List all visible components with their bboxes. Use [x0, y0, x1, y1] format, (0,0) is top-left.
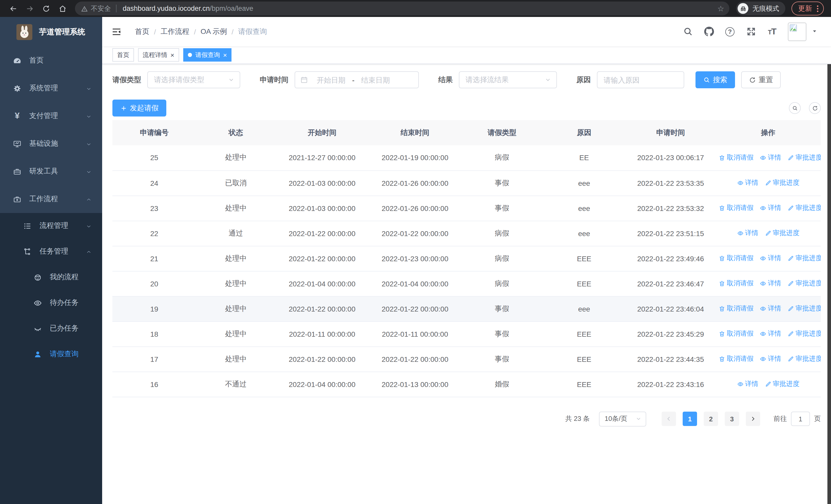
breadcrumb-item[interactable]: 工作流程	[161, 27, 190, 36]
sidebar-item-system[interactable]: 系统管理	[0, 75, 102, 102]
search-button[interactable]: 搜索	[695, 71, 735, 88]
refresh-table-button[interactable]	[809, 102, 821, 114]
back-icon[interactable]	[9, 4, 18, 12]
close-icon[interactable]: ×	[223, 52, 227, 58]
avatar[interactable]	[788, 22, 806, 41]
reason-input[interactable]	[597, 71, 684, 88]
cancel-leave-link[interactable]: 取消请假	[719, 153, 753, 162]
cell-start-time: 2022-01-03 00:00:00	[276, 196, 369, 221]
table-row: 16不通过2022-01-04 00:00:002022-01-13 00:00…	[112, 372, 821, 397]
leave-type-select[interactable]: 请选择请假类型	[147, 71, 240, 88]
start-date-input[interactable]	[311, 76, 351, 84]
goto-page-input[interactable]	[791, 412, 810, 426]
sidebar-item-label: 请假查询	[50, 350, 79, 359]
bookmark-star-icon[interactable]: ☆	[717, 4, 724, 13]
approval-progress-link[interactable]: 审批进度	[765, 178, 799, 187]
page-button-1[interactable]: 1	[683, 412, 697, 426]
col-header-status: 状态	[196, 120, 276, 145]
detail-link[interactable]: 详情	[760, 204, 781, 213]
cell-end-time: 2022-01-13 00:00:00	[369, 372, 461, 397]
cell-reason: eee	[543, 196, 626, 221]
detail-link[interactable]: 详情	[760, 153, 781, 162]
approval-progress-link[interactable]: 审批进度	[787, 304, 821, 313]
github-icon[interactable]	[704, 26, 714, 37]
cell-reason: EE	[543, 145, 626, 170]
breadcrumb-item[interactable]: 首页	[135, 27, 149, 36]
refresh-icon	[812, 105, 818, 111]
cell-end-time: 2022-01-22 00:00:00	[369, 296, 461, 321]
collapse-sidebar-icon[interactable]	[111, 26, 122, 37]
cell-leave-type: 事假	[461, 170, 543, 196]
address-bar[interactable]: 不安全 dashboard.yudao.iocoder.cn/bpm/oa/le…	[75, 2, 729, 16]
approval-progress-link[interactable]: 审批进度	[787, 329, 821, 338]
detail-link[interactable]: 详情	[737, 380, 758, 389]
table-row: 22通过2022-01-22 00:00:002022-01-22 00:00:…	[112, 221, 821, 246]
cell-leave-type: 病假	[461, 145, 543, 170]
sidebar-item-devtools[interactable]: 研发工具	[0, 157, 102, 185]
table-row: 18处理中2022-01-11 00:00:002022-01-11 00:00…	[112, 321, 821, 347]
detail-link[interactable]: 详情	[737, 178, 758, 187]
home-icon[interactable]	[58, 4, 67, 12]
approval-progress-link[interactable]: 审批进度	[787, 153, 821, 162]
breadcrumb-item[interactable]: OA 示例	[201, 27, 227, 36]
next-page-button[interactable]	[746, 412, 760, 426]
search-icon[interactable]	[683, 26, 693, 37]
face-icon	[33, 272, 42, 282]
close-icon[interactable]: ×	[170, 52, 174, 58]
detail-link[interactable]: 详情	[760, 354, 781, 364]
sidebar-item-process-mgmt[interactable]: 流程管理	[0, 213, 102, 239]
goto-label: 前往	[774, 414, 787, 423]
fullscreen-icon[interactable]	[746, 26, 756, 37]
approval-progress-link[interactable]: 审批进度	[787, 354, 821, 364]
page-content: 请假类型 请选择请假类型 申请时间 -	[102, 64, 831, 504]
approval-progress-link[interactable]: 审批进度	[765, 229, 799, 238]
result-select[interactable]: 请选择流结果	[459, 71, 557, 88]
caret-down-icon[interactable]	[811, 27, 818, 36]
detail-link[interactable]: 详情	[760, 279, 781, 288]
detail-link[interactable]: 详情	[760, 304, 781, 313]
reset-button[interactable]: 重置	[741, 71, 781, 88]
sidebar-item-task-mgmt[interactable]: 任务管理	[0, 239, 102, 264]
end-date-input[interactable]	[355, 76, 396, 84]
page-button-2[interactable]: 2	[704, 412, 718, 426]
approval-progress-link[interactable]: 审批进度	[787, 279, 821, 288]
cancel-leave-link[interactable]: 取消请假	[719, 254, 753, 263]
edit-icon	[765, 180, 771, 186]
tab-process-detail[interactable]: 流程详情×	[138, 48, 179, 62]
sidebar-item-infra[interactable]: 基础设施	[0, 130, 102, 157]
sidebar-item-workflow[interactable]: 工作流程	[0, 185, 102, 213]
detail-link[interactable]: 详情	[737, 229, 758, 238]
cell-id: 22	[112, 221, 196, 246]
sidebar-item-payment[interactable]: ¥ 支付管理	[0, 102, 102, 130]
tab-home[interactable]: 首页	[112, 48, 134, 62]
cancel-leave-link[interactable]: 取消请假	[719, 354, 753, 364]
sidebar-item-home[interactable]: 首页	[0, 47, 102, 75]
create-leave-button[interactable]: 发起请假	[112, 99, 166, 117]
reload-icon[interactable]	[42, 4, 50, 12]
scrollbar[interactable]	[827, 17, 831, 504]
prev-page-button[interactable]	[662, 412, 676, 426]
approval-progress-link[interactable]: 审批进度	[787, 254, 821, 263]
approval-progress-link[interactable]: 审批进度	[765, 380, 799, 389]
sidebar-item-todo-tasks[interactable]: 待办任务	[0, 290, 102, 316]
tab-leave-query[interactable]: 请假查询×	[183, 48, 231, 62]
sidebar-item-done-tasks[interactable]: 已办任务	[0, 316, 102, 341]
cancel-leave-link[interactable]: 取消请假	[719, 304, 753, 313]
page-size-select[interactable]: 10条/页	[599, 411, 646, 426]
sidebar-item-leave-query[interactable]: 请假查询	[0, 341, 102, 367]
show-search-button[interactable]	[789, 102, 801, 114]
filter-bar: 请假类型 请选择请假类型 申请时间 -	[112, 71, 821, 88]
detail-link[interactable]: 详情	[760, 254, 781, 263]
apply-time-range-picker[interactable]: -	[295, 71, 419, 88]
detail-link[interactable]: 详情	[760, 329, 781, 338]
page-button-3[interactable]: 3	[725, 412, 739, 426]
cancel-leave-link[interactable]: 取消请假	[719, 204, 753, 213]
font-size-icon[interactable]: TT	[767, 26, 777, 37]
update-button[interactable]: 更新	[792, 2, 824, 16]
sidebar-item-my-process[interactable]: 我的流程	[0, 264, 102, 290]
approval-progress-link[interactable]: 审批进度	[787, 204, 821, 213]
cancel-leave-link[interactable]: 取消请假	[719, 279, 753, 288]
forward-icon[interactable]	[26, 4, 34, 12]
cancel-leave-link[interactable]: 取消请假	[719, 329, 753, 338]
help-icon[interactable]: ?	[725, 26, 735, 37]
